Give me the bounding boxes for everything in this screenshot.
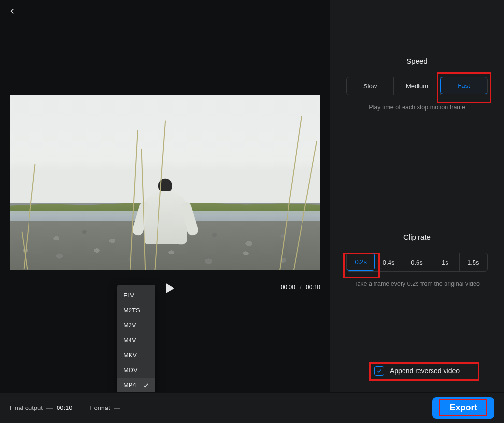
- format-option-label: M2V: [123, 322, 136, 329]
- format-segment[interactable]: Format —: [90, 404, 120, 411]
- append-reversed-checkbox[interactable]: [374, 366, 384, 376]
- check-icon: [143, 382, 149, 389]
- append-reversed-label: Append reversed video: [390, 367, 460, 375]
- clip-rate-option-0-6s[interactable]: 0.6s: [403, 253, 431, 271]
- svg-marker-0: [166, 283, 175, 293]
- speed-option-fast[interactable]: Fast: [440, 77, 488, 94]
- reverse-section: Append reversed video: [330, 366, 504, 376]
- player-controls: 00:00 / 00:10: [10, 278, 320, 297]
- bottom-bar: Final output — 00:10 Format — Export: [0, 392, 504, 423]
- current-time: 00:00: [281, 284, 295, 291]
- format-option-mp4[interactable]: MP4: [117, 378, 155, 393]
- format-option-label: MP4: [123, 381, 136, 389]
- clip-rate-option-0-2s[interactable]: 0.2s: [346, 253, 375, 271]
- speed-option-slow[interactable]: Slow: [347, 77, 394, 95]
- total-duration: 00:10: [306, 284, 320, 291]
- final-output-label: Final output: [10, 404, 43, 411]
- speed-section: Speed SlowMediumFast Play time of each s…: [330, 57, 504, 111]
- back-button[interactable]: [8, 7, 19, 18]
- clip-rate-section: Clip rate 0.2s0.4s0.6s1s1.5s Take a fram…: [330, 233, 504, 287]
- speed-option-medium[interactable]: Medium: [394, 77, 441, 95]
- format-option-m2v[interactable]: M2V: [117, 318, 155, 333]
- scene-person: [144, 179, 187, 244]
- clip-rate-title: Clip rate: [330, 233, 504, 241]
- format-dropdown[interactable]: FLVM2TSM2VM4VMKVMOVMP4MPG: [117, 285, 155, 410]
- dash-icon: —: [46, 404, 53, 411]
- export-button[interactable]: Export: [432, 397, 494, 419]
- check-icon: [376, 368, 382, 374]
- format-label: Format: [90, 404, 110, 411]
- clip-rate-option-1s[interactable]: 1s: [431, 253, 459, 271]
- clip-rate-option-0-4s[interactable]: 0.4s: [374, 253, 403, 271]
- speed-help: Play time of each stop motion frame: [330, 104, 504, 111]
- format-option-label: M2TS: [123, 307, 140, 314]
- play-button[interactable]: [162, 281, 177, 296]
- time-separator: /: [300, 284, 301, 291]
- format-option-m2ts[interactable]: M2TS: [117, 303, 155, 318]
- speed-segmented-control: SlowMediumFast: [346, 77, 488, 95]
- format-option-label: MKV: [123, 352, 137, 359]
- time-display: 00:00 / 00:10: [281, 284, 320, 291]
- divider: [81, 400, 81, 416]
- format-option-mkv[interactable]: MKV: [117, 348, 155, 363]
- clip-rate-option-1-5s[interactable]: 1.5s: [460, 253, 487, 271]
- play-icon: [162, 281, 177, 296]
- append-reversed-row: Append reversed video: [330, 366, 504, 376]
- settings-pane: Speed SlowMediumFast Play time of each s…: [330, 0, 504, 423]
- divider: [330, 176, 504, 176]
- format-option-label: MOV: [123, 367, 138, 374]
- speed-title: Speed: [330, 57, 504, 65]
- dash-icon: —: [114, 404, 120, 411]
- final-output-segment: Final output — 00:10: [10, 404, 72, 411]
- format-option-flv[interactable]: FLV: [117, 288, 155, 303]
- format-option-mov[interactable]: MOV: [117, 363, 155, 378]
- clip-rate-segmented-control: 0.2s0.4s0.6s1s1.5s: [346, 253, 488, 272]
- divider: [330, 352, 504, 352]
- format-option-m4v[interactable]: M4V: [117, 333, 155, 348]
- format-option-label: FLV: [123, 292, 134, 299]
- preview-pane: 00:00 / 00:10 FLVM2TSM2VM4VMKVMOVMP4MPG: [0, 0, 330, 423]
- clip-rate-help: Take a frame every 0.2s from the origina…: [330, 281, 504, 287]
- format-option-label: M4V: [123, 337, 136, 344]
- video-preview[interactable]: [10, 95, 320, 270]
- chevron-left-icon: [8, 7, 16, 15]
- final-output-value: 00:10: [57, 404, 72, 411]
